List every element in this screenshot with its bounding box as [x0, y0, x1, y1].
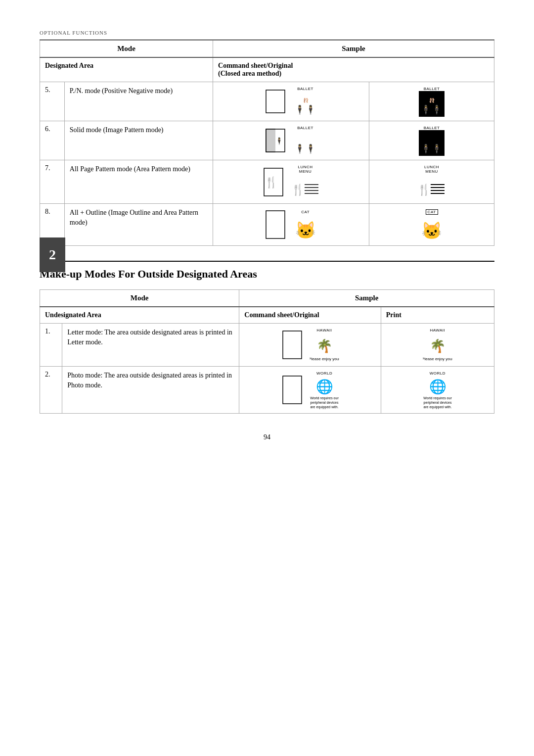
svg-text:Please enjoy your: Please enjoy your — [423, 357, 452, 361]
ballet-icon-6: 🕴 🕴 — [293, 130, 318, 156]
lunch-icon-7: 🍴 — [291, 174, 320, 199]
svg-text:🩰: 🩰 — [429, 97, 435, 103]
print-lunch-7: 🍴 — [417, 174, 446, 199]
mode2-desc-1: Letter mode: The area outside designated… — [62, 324, 239, 367]
table-row: 7. All Page Pattern mode (Area Pattern m… — [40, 160, 494, 204]
svg-text:🍴: 🍴 — [291, 183, 305, 196]
subheader-command-sheet: Command sheet/Original(Closed area metho… — [213, 57, 494, 82]
svg-text:🕴: 🕴 — [305, 104, 316, 115]
svg-text:🕴: 🕴 — [431, 143, 443, 154]
svg-text:🕴: 🕴 — [305, 143, 316, 154]
table-inside-designated-areas: Mode Sample Designated Area Command shee… — [40, 40, 494, 246]
svg-rect-29 — [266, 211, 285, 238]
mode-desc-8: All + Outline (Image Outline and Area Pa… — [64, 204, 213, 246]
print-cat-8: 🐱 — [419, 215, 445, 240]
table-row: 1. Letter mode: The area outside designa… — [40, 324, 494, 367]
sample-cmd-5: BALLET 🩰 🕴 🕴 — [213, 82, 369, 121]
print-world-2: 🌐 World requires our peripheral devices … — [423, 376, 452, 409]
svg-text:🕴: 🕴 — [420, 104, 432, 115]
row-num-7: 7. — [40, 160, 65, 204]
svg-rect-39 — [283, 376, 302, 404]
svg-text:🐱: 🐱 — [421, 221, 443, 240]
svg-text:🌴: 🌴 — [316, 338, 333, 354]
svg-text:peripheral devices: peripheral devices — [311, 401, 339, 405]
svg-text:Summer vacation.: Summer vacation. — [310, 361, 339, 362]
svg-text:Summer vacation.: Summer vacation. — [423, 361, 452, 362]
world-cmd-rect — [281, 373, 305, 407]
svg-text:🕴: 🕴 — [420, 143, 432, 154]
print2-1: HAWAII 🌴 Please enjoy your Summer vacati… — [381, 324, 494, 367]
section-heading-outside: Make-up Modes For Outside Designated Are… — [40, 261, 494, 281]
sample2-cmd-2: WORLD 🌐 World requires our peripheral de… — [239, 367, 381, 414]
mode-desc-6: Solid mode (Image Pattern mode) — [64, 121, 213, 160]
sample-cmd-7: 🍴 LUNCH MENU 🍴 — [213, 160, 369, 204]
svg-rect-32 — [283, 331, 302, 359]
svg-text:🕴: 🕴 — [294, 143, 306, 154]
svg-rect-9 — [266, 129, 275, 152]
page-number: 94 — [40, 433, 494, 441]
print-ballet-6: 🕴 🕴 — [419, 130, 445, 156]
svg-text:🐱: 🐱 — [295, 220, 316, 240]
print-hawaii-1: 🌴 Please enjoy your Summer vacation. — [423, 332, 452, 362]
svg-text:🍴: 🍴 — [264, 176, 278, 189]
table-outside-designated-areas: Mode Sample Undesignated Area Command sh… — [40, 289, 494, 414]
col-mode: Mode — [40, 41, 213, 58]
mode-desc-7: All Page Pattern mode (Area Pattern mode… — [64, 160, 213, 204]
hawaii-icon-1: 🌴 Please enjoy your Summer vacation. — [310, 332, 339, 362]
print-6: BALLET 🕴 🕴 — [369, 121, 494, 160]
svg-text:🕴: 🕴 — [294, 104, 306, 115]
svg-text:peripheral devices: peripheral devices — [423, 401, 451, 405]
print2-2: WORLD 🌐 World requires our peripheral de… — [381, 367, 494, 414]
svg-text:🌐: 🌐 — [316, 378, 333, 395]
svg-text:🌴: 🌴 — [430, 338, 446, 354]
svg-text:are equipped with.: are equipped with. — [423, 405, 451, 409]
subheader-cmd-original: Command sheet/Original — [239, 307, 381, 324]
sample2-cmd-1: HAWAII 🌴 Please enjoy your Summer vacati… — [239, 324, 381, 367]
table-row: 5. P./N. mode (Positive Negative mode) B… — [40, 82, 494, 121]
lunch-cmd-icon: 🍴 — [262, 165, 286, 199]
col2-mode: Mode — [40, 290, 239, 307]
mode2-desc-2: Photo mode: The area outside designated … — [62, 367, 239, 414]
svg-text:World requires our: World requires our — [423, 396, 452, 400]
row-num-6: 6. — [40, 121, 65, 160]
col2-sample: Sample — [239, 290, 494, 307]
table-row: 6. Solid mode (Image Pattern mode) 🕴 — [40, 121, 494, 160]
sample-cmd-6: 🕴 BALLET 🕴 🕴 — [213, 121, 369, 160]
svg-text:Please enjoy your: Please enjoy your — [310, 357, 339, 361]
svg-text:🍴: 🍴 — [417, 183, 431, 196]
table-row: 8. All + Outline (Image Outline and Area… — [40, 204, 494, 246]
subheader-undesignated: Undesignated Area — [40, 307, 239, 324]
rect-icon-6: 🕴 — [264, 126, 288, 155]
row2-num-2: 2. — [40, 367, 62, 414]
cat-cmd-rect — [264, 208, 288, 241]
header-label: Optional Functions — [40, 30, 494, 36]
svg-text:are equipped with.: are equipped with. — [310, 405, 338, 409]
side-tab: 2 — [40, 237, 65, 272]
svg-text:🌐: 🌐 — [429, 378, 446, 395]
print-5: BALLET 🩰 🕴 🕴 — [369, 82, 494, 121]
svg-text:🕴: 🕴 — [274, 137, 283, 145]
svg-text:🩰: 🩰 — [303, 97, 309, 103]
print-ballet-5: 🩰 🕴 🕴 — [419, 91, 445, 117]
cat-icon-8: 🐱 — [293, 214, 318, 240]
sample-cmd-8: CAT 🐱 — [213, 204, 369, 246]
print-8: CAT 🐱 — [369, 204, 494, 246]
row2-num-1: 1. — [40, 324, 62, 367]
subheader-print: Print — [381, 307, 494, 324]
world-icon-2: 🌐 World requires our peripheral devices … — [310, 376, 339, 409]
svg-rect-0 — [266, 90, 285, 113]
print-7: LUNCH MENU 🍴 — [369, 160, 494, 204]
hawaii-cmd-rect — [281, 328, 305, 362]
rect-icon-5 — [264, 87, 288, 116]
mode-desc-5: P./N. mode (Positive Negative mode) — [64, 82, 213, 121]
svg-text:World requires our: World requires our — [310, 396, 339, 400]
svg-text:🕴: 🕴 — [431, 104, 443, 115]
row-num-5: 5. — [40, 82, 65, 121]
subheader-designated-area: Designated Area — [40, 57, 213, 82]
table-row: 2. Photo mode: The area outside designat… — [40, 367, 494, 414]
ballet-icon-5: 🩰 🕴 🕴 — [293, 91, 318, 117]
col-sample: Sample — [213, 41, 494, 58]
